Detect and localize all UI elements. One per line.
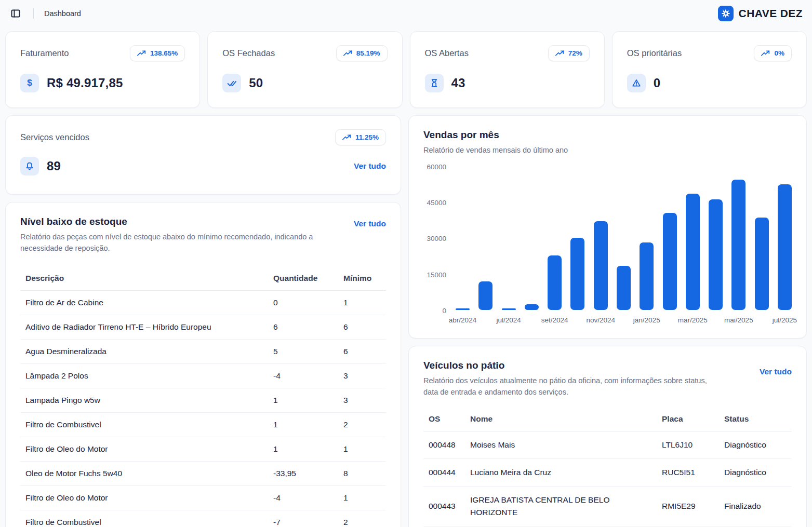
hourglass-icon [425,74,444,92]
services-due-value: 89 [47,159,61,173]
table-row[interactable]: Agua Desmineralizada56 [20,339,386,363]
cell-plate: LTL6J10 [662,431,724,458]
brand-logo: CHAVE DEZ [718,6,803,21]
kpi-title: OS prioritárias [627,48,682,58]
cell-status: Finalizado [724,486,792,526]
cell-description: Filtro de Combustivel [20,412,273,437]
y-tick-label: 30000 [427,235,446,242]
sales-chart-title: Vendas por mês [423,129,792,141]
table-row[interactable]: 000448 Moises Mais LTL6J10 Diagnóstico [423,431,792,458]
warning-triangle-icon [627,74,646,92]
table-row[interactable]: Filtro de Ar de Cabine01 [20,290,386,315]
kpi-card-os-abertas: OS Abertas 72% 43 [410,31,605,108]
x-tick-label: set/2024 [541,316,568,324]
cell-name: IGREJA BATISTA CENTRAL DE BELO HORIZONTE [470,486,662,526]
chart-x-labels: abr/2024jul/2024set/2024nov/2024jan/2025… [456,316,792,326]
bar-nov/2024 [594,221,608,310]
bar-out/2024 [570,238,584,310]
table-header-row: OS Nome Placa Status [423,408,792,431]
cell-description: Lâmpada 2 Polos [20,363,273,388]
trend-value: 85.19% [356,49,380,57]
bar-ago/2024 [525,304,539,310]
table-row[interactable]: Lampada Pingo w5w13 [20,388,386,412]
low-stock-view-all-link[interactable]: Ver tudo [354,219,386,228]
cell-os: 000448 [423,431,470,458]
double-check-icon [222,74,241,92]
table-row[interactable]: Lâmpada 2 Polos-43 [20,363,386,388]
cell-name: Moises Mais [470,431,662,458]
cell-minimum: 2 [343,412,386,437]
cell-quantity: 1 [273,412,343,437]
trend-value: 72% [568,49,582,57]
bar-jan/2025 [640,242,654,310]
table-row[interactable]: Filtro de Combustivel-72 [20,510,386,527]
bar-jul/2024 [502,308,516,310]
column-header: Mínimo [343,267,386,291]
column-header: Status [724,408,792,431]
services-due-card: Serviços vencidos 11.25% [5,115,401,195]
cell-minimum: 8 [343,461,386,485]
vehicles-view-all-link[interactable]: Ver tudo [760,367,792,376]
trending-up-icon [761,50,770,57]
cell-minimum: 3 [343,388,386,412]
cell-minimum: 1 [343,437,386,461]
kpi-title: OS Abertas [425,48,469,58]
cell-minimum: 1 [343,290,386,315]
column-header: Nome [470,408,662,431]
cell-description: Filtro de Oleo do Motor [20,437,273,461]
table-row[interactable]: Filtro de Oleo do Motor-41 [20,485,386,510]
cell-os: 000444 [423,458,470,486]
kpi-value: 43 [451,76,465,90]
table-row[interactable]: 000444 Luciano Meira da Cruz RUC5I51 Dia… [423,458,792,486]
table-row[interactable]: Filtro de Oleo do Motor11 [20,437,386,461]
kpi-card-os-prioritarias: OS prioritárias 0% 0 [612,31,807,108]
cell-quantity: -4 [273,485,343,510]
services-due-view-all-link[interactable]: Ver tudo [354,161,386,171]
sales-chart-card: Vendas por mês Relatório de vendas mensa… [408,115,807,339]
sales-chart-subtitle: Relatório de vendas mensais do último an… [423,145,792,156]
cell-plate: RUC5I51 [662,458,724,486]
breadcrumb[interactable]: Dashboard [44,9,81,18]
cell-quantity: 5 [273,339,343,363]
kpi-value: 0 [654,76,661,90]
cell-os: 000443 [423,486,470,526]
table-row[interactable]: 000443 IGREJA BATISTA CENTRAL DE BELO HO… [423,486,792,526]
cell-minimum: 1 [343,485,386,510]
trending-up-icon [555,50,564,57]
vehicles-subtitle: Relatório dos veículos atualmente no pát… [423,375,714,398]
x-tick-label: jul/2024 [496,316,521,324]
cell-quantity: 0 [273,290,343,315]
vehicles-title: Veículos no pátio [423,360,714,371]
table-row[interactable]: Aditivo de Radiador Tirreno HT-E – Híbri… [20,315,386,339]
bar-mai/2024 [478,281,492,310]
kpi-row: Faturamento 138.65% $ R$ 49.917,85 OS Fe… [5,31,807,108]
x-tick-label: jul/2025 [773,316,797,324]
y-tick-label: 0 [442,307,446,315]
low-stock-title: Nível baixo de estoque [20,216,322,227]
cell-minimum: 6 [343,339,386,363]
cell-quantity: -33,95 [273,461,343,485]
kpi-title: Faturamento [20,48,69,58]
cell-status: Diagnóstico [724,431,792,458]
bar-mar/2025 [686,194,700,310]
brand-name: CHAVE DEZ [739,7,803,20]
table-row[interactable]: Filtro de Combustivel12 [20,412,386,437]
bar-fev/2025 [663,213,677,310]
y-tick-label: 60000 [427,163,446,171]
low-stock-subtitle: Relatório das peças com nível de estoque… [20,232,322,254]
cell-quantity: 6 [273,315,343,339]
bar-jun/2025 [755,218,769,310]
vehicles-card: Veículos no pátio Relatório dos veículos… [408,346,807,527]
trend-badge: 0% [754,45,792,61]
kpi-value: 50 [249,76,263,90]
trend-badge: 72% [548,45,590,61]
cell-description: Oleo de Motor Fuchs 5w40 [20,461,273,485]
cell-description: Filtro de Combustivel [20,510,273,527]
table-row[interactable]: Oleo de Motor Fuchs 5w40-33,958 [20,461,386,485]
column-header: Placa [662,408,724,431]
x-tick-label: nov/2024 [586,316,615,324]
sidebar-toggle-button[interactable] [8,6,23,21]
divider [33,8,34,19]
kpi-card-faturamento: Faturamento 138.65% $ R$ 49.917,85 [5,31,200,108]
trend-value: 11.25% [355,133,379,141]
